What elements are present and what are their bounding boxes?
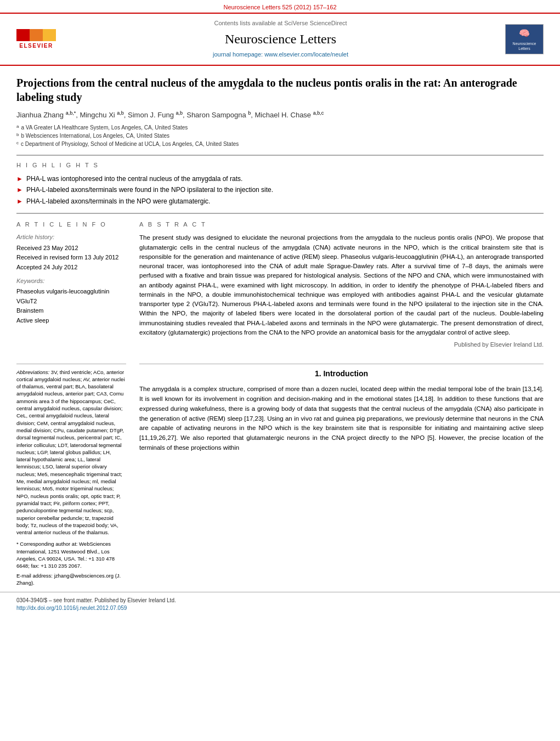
neuroscience-letters-logo: 🧠 NeuroscienceLetters [505, 24, 544, 54]
stripe-orange [30, 29, 43, 41]
homepage-url[interactable]: www.elsevier.com/locate/neulet [264, 51, 348, 58]
revised-date: Received in revised form 13 July 2012 [16, 253, 126, 262]
accepted-date: Accepted 24 July 2012 [16, 263, 126, 271]
keyword-2: VGluT2 [16, 297, 126, 306]
sciverse-line: Contents lists available at SciVerse Sci… [56, 19, 505, 27]
page: Neuroscience Letters 525 (2012) 157–162 … [0, 0, 560, 741]
abstract-col: A B S T R A C T The present study was de… [139, 220, 544, 349]
elsevier-logo: ELSEVIER [16, 29, 56, 50]
journal-header: ELSEVIER Contents lists available at Sci… [0, 13, 560, 65]
journal-homepage: journal homepage: www.elsevier.com/locat… [56, 50, 505, 59]
authors: Jianhua Zhang a,b,*, Mingchu Xi a,b, Sim… [16, 110, 544, 121]
elsevier-color-stripe [16, 29, 56, 41]
footer-doi[interactable]: http://dx.doi.org/10.1016/j.neulet.2012.… [16, 604, 544, 612]
brain-icon: 🧠 [519, 27, 530, 39]
introduction-col: 1. Introduction The amygdala is a comple… [139, 364, 544, 587]
footnotes-col: Abbreviations: 3V, third ventricle; ACo,… [16, 364, 126, 587]
abstract-title: A B S T R A C T [139, 220, 544, 229]
journal-center: Contents lists available at SciVerse Sci… [56, 19, 505, 59]
email-address: E-mail address: jzhang@websciences.org (… [16, 572, 126, 587]
journal-title: Neuroscience Letters [56, 30, 505, 49]
article-info-abstract: A R T I C L E I N F O Article history: R… [16, 220, 544, 349]
arrow-icon-2: ► [16, 185, 23, 195]
history-label: Article history: [16, 233, 126, 241]
published-by: Published by Elsevier Ireland Ltd. [139, 341, 544, 349]
article-info-title: A R T I C L E I N F O [16, 220, 126, 229]
abstract-text: The present study was designed to elucid… [139, 233, 544, 337]
page-footer: 0304-3940/$ – see front matter. Publishe… [0, 592, 560, 612]
article-history: Article history: Received 23 May 2012 Re… [16, 233, 126, 271]
divider-mid [16, 213, 544, 214]
keyword-3: Brainstem [16, 307, 126, 315]
divider-top [16, 155, 544, 156]
arrow-icon-3: ► [16, 197, 23, 206]
corresponding-author: * Corresponding author at: WebSciences I… [16, 540, 126, 569]
footer-issn: 0304-3940/$ – see front matter. Publishe… [16, 597, 544, 604]
elsevier-wordmark: ELSEVIER [19, 42, 53, 50]
highlight-item-1: ► PHA-L was iontophoresed into the centr… [16, 174, 544, 184]
article-info-col: A R T I C L E I N F O Article history: R… [16, 220, 126, 349]
affiliations: a a VA Greater LA Healthcare System, Los… [16, 123, 544, 148]
article-title: Projections from the central nucleus of … [16, 76, 544, 104]
highlights-section: H I G H L I G H T S ► PHA-L was iontopho… [16, 161, 544, 206]
stripe-red [16, 29, 30, 41]
intro-text: The amygdala is a complex structure, com… [139, 384, 544, 453]
journal-reference: Neuroscience Letters 525 (2012) 157–162 [0, 0, 560, 13]
bottom-section: Abbreviations: 3V, third ventricle; ACo,… [16, 364, 544, 587]
highlight-item-3: ► PHA-L-labeled axons/terminals in the N… [16, 197, 544, 206]
ns-logo-text: NeuroscienceLetters [513, 41, 536, 51]
keywords-label: Keywords: [16, 277, 126, 285]
intro-title: 1. Introduction [139, 369, 544, 380]
bottom-area: Abbreviations: 3V, third ventricle; ACo,… [0, 364, 560, 587]
received-date: Received 23 May 2012 [16, 244, 126, 252]
main-content: Projections from the central nucleus of … [0, 66, 560, 355]
keyword-1: Phaseolus vulgaris-leucoagglutinin [16, 287, 126, 296]
highlight-item-2: ► PHA-L-labeled axons/terminals were fou… [16, 185, 544, 195]
highlights-title: H I G H L I G H T S [16, 161, 544, 169]
abbreviations-label: Abbreviations: [16, 369, 49, 375]
arrow-icon-1: ► [16, 174, 23, 184]
abbreviations: Abbreviations: 3V, third ventricle; ACo,… [16, 369, 126, 536]
keyword-4: Active sleep [16, 316, 126, 325]
keywords-section: Keywords: Phaseolus vulgaris-leucoagglut… [16, 277, 126, 325]
stripe-yellow [43, 29, 56, 41]
